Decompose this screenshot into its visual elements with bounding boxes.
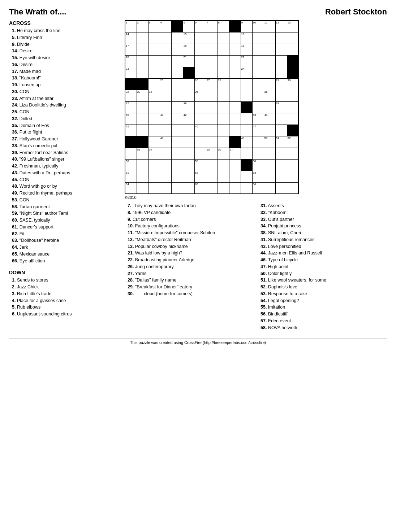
grid-cell (264, 148, 275, 159)
footer: This puzzle was created using CrossFire … (9, 338, 387, 345)
grid-cell (252, 55, 264, 67)
grid-cell (125, 136, 137, 148)
down-clue-right-item: 44. Jazz-men Ellis and Russell (258, 250, 387, 257)
across-clue-item: 16. Desire (9, 61, 119, 68)
grid-cell (229, 101, 241, 113)
grid-cell (160, 55, 171, 67)
grid-cell (229, 113, 241, 125)
cell-number: 45 (126, 125, 129, 128)
crossword-grid: 1234567891011121314151617181920212223242… (125, 20, 299, 194)
down-clue-right-item: 52. Daphnis's love (258, 284, 387, 291)
grid-cell (275, 182, 287, 194)
grid-cell (275, 171, 287, 182)
across-clue-item: 40. "99 Luftballons" singer (9, 156, 119, 163)
across-clue-item: 65. Mexican sauce (9, 251, 119, 258)
grid-cell: 65 (194, 182, 206, 194)
across-clue-item: 64. Jerk (9, 244, 119, 251)
grid-cell (252, 44, 264, 55)
grid-cell (160, 32, 171, 44)
grid-cell (206, 113, 218, 125)
clues-bottom: 7. They may have their own tartan8. 1996… (125, 202, 387, 331)
grid-cell (137, 125, 148, 136)
grid-cell: 43 (252, 113, 264, 125)
grid-cell (171, 182, 183, 194)
across-clue-item: 61. Dancer's support (9, 224, 119, 231)
cell-number: 9 (241, 21, 243, 24)
grid-cell (218, 101, 229, 113)
grid-cell (229, 159, 241, 171)
down-clues-right: 31. Assents32. "Kaboom!"33. Out's partne… (258, 202, 387, 331)
grid-cell (160, 67, 171, 78)
down-clue-middle-item: 21. Was laid low by a high? (125, 250, 254, 257)
down-clue-item: 5. Rub elbows (9, 304, 119, 311)
grid-cell: 62 (194, 171, 206, 182)
across-clue-item: 15. Eye with desire (9, 54, 119, 61)
across-clue-item: 35. Domain of Eos (9, 122, 119, 129)
cell-number: 1 (126, 21, 127, 24)
grid-cell (171, 148, 183, 159)
grid-cell: 54 (148, 148, 160, 159)
across-clue-item: 63. "Dollhouse" heroine (9, 237, 119, 244)
down-header: DOWN (9, 270, 119, 275)
across-clue-item: 32. Drilled (9, 115, 119, 122)
grid-cell: 37 (125, 101, 137, 113)
grid-cell (206, 90, 218, 101)
grid-cell (148, 125, 160, 136)
cell-number: 15 (184, 33, 187, 36)
grid-cell (218, 171, 229, 182)
grid-cell (252, 90, 264, 101)
cell-number: 2 (137, 21, 139, 24)
grid-cell: 52 (287, 136, 298, 148)
grid-cell: 61 (125, 171, 137, 182)
grid-cell (275, 67, 287, 78)
cell-number: 24 (241, 67, 245, 70)
grid-cell (218, 136, 229, 148)
grid-cell (287, 101, 298, 113)
grid-cell (194, 55, 206, 67)
grid-cell (252, 148, 264, 159)
cell-number: 5 (184, 21, 185, 24)
grid-cell (183, 171, 194, 182)
grid-cell: 44 (264, 113, 275, 125)
grid-cell: 15 (183, 32, 194, 44)
grid-cell (171, 21, 183, 32)
down-clue-middle-item: 11. "Mission: Impossible" composer Schif… (125, 230, 254, 236)
cell-number: 44 (264, 114, 268, 117)
cell-number: 34 (149, 91, 152, 93)
grid-cell (206, 101, 218, 113)
grid-cell (137, 159, 148, 171)
cell-number: 61 (126, 171, 129, 174)
grid-cell (229, 21, 241, 32)
grid-cell: 60 (252, 159, 264, 171)
grid-cell: 10 (252, 21, 264, 32)
down-clue-item: 2. Jazz Chick (9, 284, 119, 291)
grid-cell: 8 (218, 21, 229, 32)
across-clue-item: 60. SASE, typically (9, 217, 119, 224)
cell-number: 54 (149, 148, 152, 151)
cell-number: 65 (195, 183, 198, 186)
grid-cell (171, 90, 183, 101)
down-clue-right-item: 31. Assents (258, 202, 387, 209)
grid-cell (206, 182, 218, 194)
grid-cell (252, 101, 264, 113)
grid-cell (275, 159, 287, 171)
grid-cell (148, 113, 160, 125)
grid-cell (183, 182, 194, 194)
grid-cell (241, 101, 252, 113)
grid-cell (264, 78, 275, 90)
down-clue-middle-item: 8. 1996 VP candidate (125, 209, 254, 216)
grid-cell: 3 (148, 21, 160, 32)
grid-cell (287, 90, 298, 101)
cell-number: 47 (253, 125, 256, 128)
cell-number: 42 (184, 114, 187, 117)
grid-cell (264, 159, 275, 171)
grid-cell (264, 101, 275, 113)
grid-cell (137, 171, 148, 182)
grid-cell (229, 90, 241, 101)
down-clue-item: 1. Sends to stores (9, 277, 119, 284)
cell-number: 59 (195, 160, 198, 163)
down-clue-middle-item: 30. ___ cloud (home for comets) (125, 291, 254, 297)
cell-number: 35 (195, 91, 198, 93)
grid-cell (252, 136, 264, 148)
copyright: ©2010 (125, 195, 387, 200)
